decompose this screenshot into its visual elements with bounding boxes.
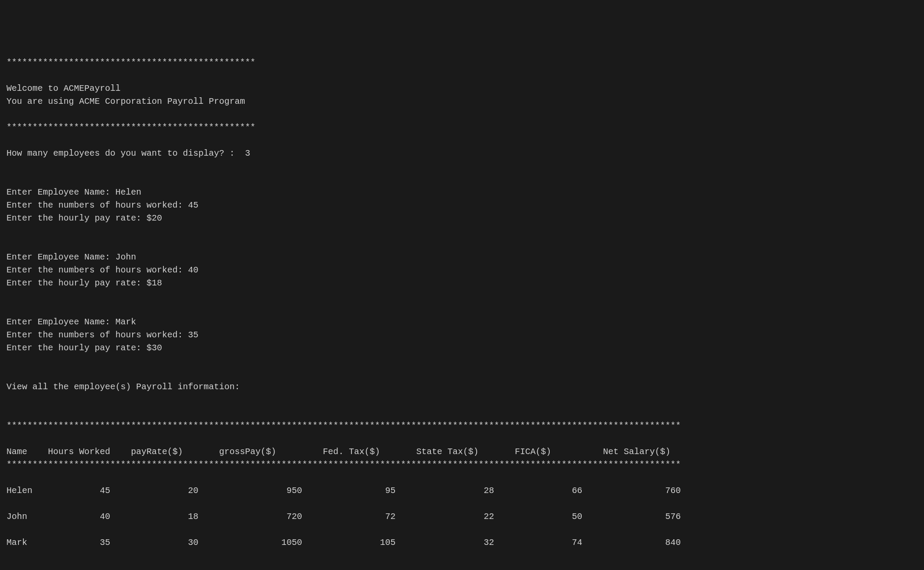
emp0-rate: $20 bbox=[147, 213, 162, 223]
table-stars-top: ****************************************… bbox=[6, 421, 681, 431]
emp0-rate-prompt: Enter the hourly pay rate: bbox=[6, 213, 147, 223]
emp0-name-prompt: Enter Employee Name: bbox=[6, 187, 115, 197]
emp1-name-prompt: Enter Employee Name: bbox=[6, 252, 115, 262]
emp1-hours: 40 bbox=[188, 265, 198, 275]
subtitle-line: You are using ACME Corporation Payroll P… bbox=[6, 96, 245, 106]
welcome-line: Welcome to ACMEPayroll bbox=[6, 83, 121, 93]
emp2-name: Mark bbox=[115, 317, 136, 327]
banner-stars-bottom: ****************************************… bbox=[6, 122, 255, 132]
table-header-row: Name Hours Worked payRate($) grossPay($)… bbox=[6, 447, 670, 457]
emp2-name-prompt: Enter Employee Name: bbox=[6, 317, 115, 327]
emp2-rate-prompt: Enter the hourly pay rate: bbox=[6, 343, 147, 353]
table-stars-bottom: ****************************************… bbox=[6, 460, 681, 470]
count-value: 3 bbox=[245, 148, 250, 158]
emp2-hours: 35 bbox=[188, 330, 198, 340]
emp0-hours: 45 bbox=[188, 200, 198, 210]
table-row: John 40 18 720 72 22 50 576 bbox=[6, 512, 681, 522]
banner-stars-top: ****************************************… bbox=[6, 58, 255, 67]
emp1-rate: $18 bbox=[147, 278, 162, 288]
view-all-heading: View all the employee(s) Payroll informa… bbox=[6, 382, 240, 392]
emp1-rate-prompt: Enter the hourly pay rate: bbox=[6, 278, 147, 288]
emp2-rate: $30 bbox=[147, 343, 162, 353]
emp0-name: Helen bbox=[115, 187, 141, 197]
table-row: Helen 45 20 950 95 28 66 760 bbox=[6, 486, 681, 496]
emp1-hours-prompt: Enter the numbers of hours worked: bbox=[6, 265, 188, 275]
emp0-hours-prompt: Enter the numbers of hours worked: bbox=[6, 200, 188, 210]
emp1-name: John bbox=[115, 252, 136, 262]
table-row: Mark 35 30 1050 105 32 74 840 bbox=[6, 538, 681, 548]
emp2-hours-prompt: Enter the numbers of hours worked: bbox=[6, 330, 188, 340]
count-prompt: How many employees do you want to displa… bbox=[6, 148, 245, 158]
